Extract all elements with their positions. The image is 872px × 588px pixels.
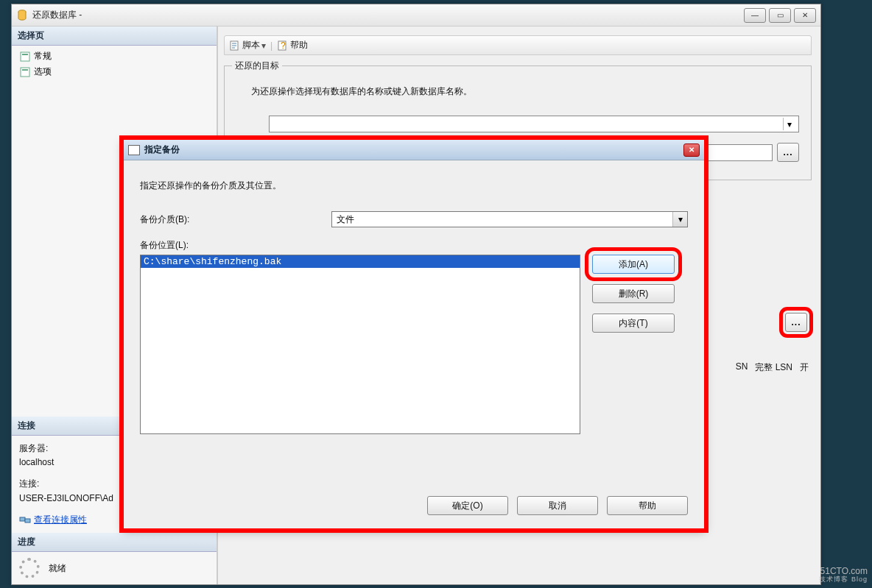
restore-info-text: 为还原操作选择现有数据库的名称或键入新数据库名称。 [251,85,796,98]
listbox-buttons: 添加(A) 删除(R) 内容(T) [592,255,675,434]
dialog-close-button[interactable]: ✕ [683,144,700,157]
browse-backup-button[interactable]: ... [785,313,807,332]
ok-button[interactable]: 确定(O) [427,496,508,515]
help-icon: ? [277,40,289,52]
backup-media-row: 备份介质(B): 文件 ▾ [140,211,688,227]
backup-media-select[interactable]: 文件 ▾ [331,211,688,227]
fieldset-legend: 还原的目标 [232,60,282,72]
window-title: 还原数据库 - [32,9,744,21]
progress-header: 进度 [12,533,217,552]
progress-text: 就绪 [49,562,66,575]
progress-status: 就绪 [12,552,217,584]
nav-item-options[interactable]: 选项 [15,64,214,79]
help-label: 帮助 [290,39,308,52]
svg-rect-3 [21,68,29,77]
database-icon [16,10,28,21]
add-button[interactable]: 添加(A) [592,255,675,274]
remove-button[interactable]: 删除(R) [592,284,675,303]
spinner-icon [19,558,40,578]
backup-location-label: 备份位置(L): [140,239,331,252]
svg-rect-1 [21,52,29,61]
browse-button-1[interactable]: ... [777,143,799,162]
script-button[interactable]: 脚本 ▾ [229,39,266,52]
connection-icon [19,514,31,525]
toolbar: 脚本 ▾ | ? 帮助 [224,35,812,55]
backup-location-row: 备份位置(L): [140,239,688,252]
window-controls: — ▭ ✕ [744,8,816,23]
col-open: 开 [800,361,809,374]
svg-rect-4 [22,69,28,71]
nav-label: 常规 [34,50,52,63]
watermark-line2: 技术博客 Blog [819,576,868,584]
dropdown-arrow-icon: ▾ [261,40,266,51]
script-label: 脚本 [242,39,260,52]
page-icon [19,51,31,63]
dialog-body: 指定还原操作的备份介质及其位置。 备份介质(B): 文件 ▾ 备份位置(L): … [124,160,704,446]
window-icon [128,145,140,155]
nav-label: 选项 [34,65,52,78]
dialog-action-buttons: 确定(O) 取消 帮助 [427,496,688,515]
contents-button[interactable]: 内容(T) [592,314,675,333]
svg-rect-5 [20,517,25,521]
chevron-down-icon: ▾ [783,118,795,130]
maximize-button[interactable]: ▭ [769,8,791,23]
svg-text:?: ? [281,40,286,51]
script-icon [229,40,241,52]
link-text: 查看连接属性 [34,513,87,527]
specify-backup-dialog: 指定备份 ✕ 指定还原操作的备份介质及其位置。 备份介质(B): 文件 ▾ 备份… [123,139,705,529]
dialog-description: 指定还原操作的备份介质及其位置。 [140,180,688,192]
col-sn: SN [736,361,748,374]
select-page-header: 选择页 [12,26,217,46]
backup-location-listbox[interactable]: C:\share\shifenzheng.bak [140,255,580,434]
chevron-down-icon: ▾ [672,212,687,227]
help-button[interactable]: ? 帮助 [277,39,308,52]
backup-media-label: 备份介质(B): [140,213,331,226]
titlebar: 还原数据库 - — ▭ ✕ [12,4,820,26]
close-button[interactable]: ✕ [794,8,816,23]
dialog-titlebar: 指定备份 ✕ [124,140,704,160]
watermark: 51CTO.com 技术博客 Blog [819,567,868,584]
col-full-lsn: 完整 LSN [755,361,792,374]
target-db-dropdown[interactable]: ▾ [269,116,799,132]
minimize-button[interactable]: — [744,8,766,23]
dialog-title: 指定备份 [144,144,683,156]
page-icon [19,66,31,78]
svg-rect-6 [25,519,30,523]
backup-media-value: 文件 [337,213,354,226]
help-button[interactable]: 帮助 [607,496,688,515]
list-item[interactable]: C:\share\shifenzheng.bak [141,255,580,268]
nav-item-general[interactable]: 常规 [15,49,214,64]
svg-rect-2 [22,54,28,55]
cancel-button[interactable]: 取消 [517,496,598,515]
